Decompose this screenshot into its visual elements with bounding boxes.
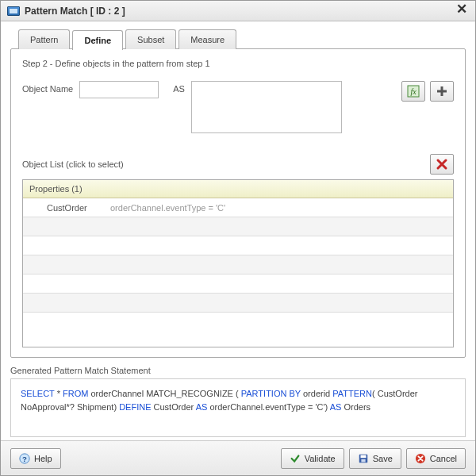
svg-rect-3 (437, 90, 447, 93)
tab-pattern[interactable]: Pattern (18, 29, 70, 49)
table-row[interactable] (23, 313, 453, 332)
generated-statement: SELECT * FROM orderChannel MATCH_RECOGNI… (10, 378, 466, 437)
generated-label: Generated Pattern Match Statement (10, 366, 466, 375)
formula-icon: fx (407, 85, 420, 98)
object-list-label: Object List (click to select) (22, 159, 124, 169)
tab-subset[interactable]: Subset (125, 29, 176, 49)
expression-builder-button[interactable]: fx (401, 81, 425, 102)
delete-button[interactable] (430, 154, 454, 175)
object-list-header-row: Object List (click to select) (22, 154, 454, 175)
app-icon (7, 6, 20, 16)
save-icon (358, 453, 369, 464)
form-buttons: fx (401, 81, 454, 102)
row-name: CustOrder (47, 203, 101, 213)
help-icon: ? (19, 453, 30, 464)
step-label: Step 2 - Define objects in the pattern f… (22, 59, 454, 68)
object-list: Properties (1) CustOrder orderChannel.ev… (22, 179, 454, 347)
properties-grid: CustOrder orderChannel.eventType = 'C' (23, 198, 453, 347)
tabstrip: Pattern Define Subset Measure (18, 29, 466, 49)
validate-button[interactable]: Validate (281, 448, 344, 469)
row-expr: orderChannel.eventType = 'C' (110, 203, 225, 213)
window-title: Pattern Match [ ID : 2 ] (25, 6, 455, 17)
object-name-label: Object Name (22, 81, 73, 94)
tab-define[interactable]: Define (72, 30, 123, 50)
svg-rect-7 (360, 455, 366, 458)
properties-header: Properties (1) (23, 180, 453, 198)
as-label: AS (173, 81, 185, 94)
pattern-match-dialog: Pattern Match [ ID : 2 ] ✕ Pattern Defin… (0, 0, 476, 476)
table-row[interactable] (23, 255, 453, 274)
table-row[interactable] (23, 274, 453, 294)
plus-icon (436, 85, 448, 98)
footer: ? Help Validate Save Cancel (1, 440, 475, 475)
cancel-icon (415, 453, 426, 464)
save-label: Save (373, 454, 393, 463)
tab-measure[interactable]: Measure (178, 29, 236, 49)
delete-icon (436, 158, 448, 171)
cancel-button[interactable]: Cancel (406, 448, 466, 469)
as-input[interactable] (191, 81, 342, 133)
svg-text:?: ? (22, 454, 27, 463)
object-name-input[interactable] (79, 81, 159, 98)
table-row[interactable] (23, 294, 453, 313)
dialog-body: Pattern Define Subset Measure Step 2 - D… (1, 21, 475, 440)
define-panel: Step 2 - Define objects in the pattern f… (10, 48, 466, 358)
cancel-label: Cancel (430, 454, 457, 463)
svg-text:fx: fx (410, 87, 416, 96)
table-row[interactable] (23, 236, 453, 255)
form-row: Object Name AS fx (22, 81, 454, 133)
help-button[interactable]: ? Help (10, 448, 61, 469)
check-icon (290, 453, 301, 464)
table-row[interactable] (23, 217, 453, 236)
save-button[interactable]: Save (349, 448, 401, 469)
add-button[interactable] (430, 81, 454, 102)
svg-rect-8 (361, 459, 365, 462)
validate-label: Validate (305, 454, 336, 463)
table-row[interactable]: CustOrder orderChannel.eventType = 'C' (23, 198, 453, 217)
help-label: Help (34, 454, 52, 463)
titlebar: Pattern Match [ ID : 2 ] ✕ (1, 1, 475, 21)
close-icon[interactable]: ✕ (455, 4, 469, 18)
